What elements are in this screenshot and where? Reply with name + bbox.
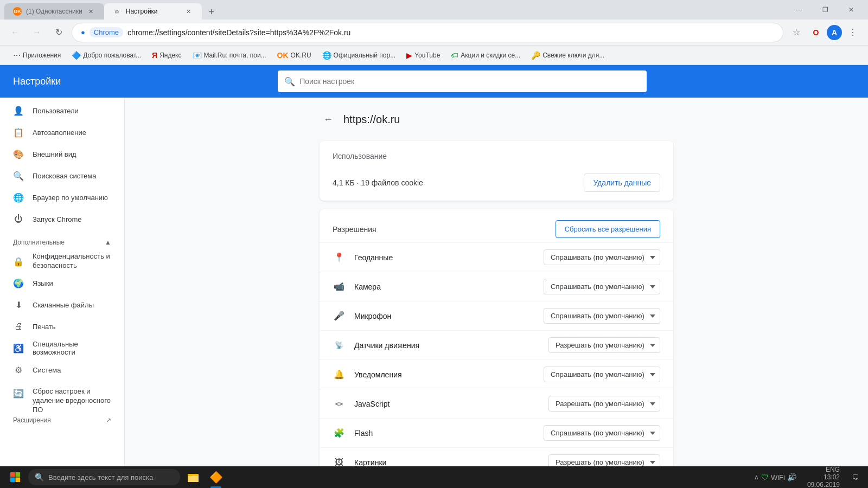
bookmark-keys[interactable]: 🔑 Свежие ключи для... <box>527 49 609 62</box>
back-to-settings-button[interactable]: ← <box>320 111 337 128</box>
search-icon: 🔍 <box>284 76 295 87</box>
sound-icon[interactable]: 🔊 <box>787 473 796 481</box>
reset-permissions-button[interactable]: Сбросить все разрешения <box>556 220 660 238</box>
tab-close-settings[interactable]: ✕ <box>184 7 193 16</box>
sidebar-item-autofill[interactable]: 📋 Автозаполнение <box>0 121 124 143</box>
back-button[interactable]: ← <box>7 24 24 41</box>
minimize-button[interactable]: — <box>787 2 812 17</box>
camera-name: Камера <box>354 282 535 291</box>
microphone-select[interactable]: Спрашивать (по умолчанию) Разрешать Блок… <box>544 308 660 324</box>
svg-rect-5 <box>188 476 199 482</box>
dobro-icon: 🔷 <box>72 51 81 60</box>
youtube-icon: ▶ <box>406 51 412 60</box>
images-select[interactable]: Разрешать (по умолчанию) Блокировать <box>548 454 660 466</box>
motion-select[interactable]: Разрешать (по умолчанию) Спрашивать Блок… <box>548 337 660 353</box>
refresh-button[interactable]: ↻ <box>50 24 67 41</box>
bookmark-star-icon[interactable]: ☆ <box>788 24 805 41</box>
javascript-select[interactable]: Разрешать (по умолчанию) Блокировать <box>548 396 660 412</box>
sidebar-section-additional[interactable]: Дополнительные ▲ <box>0 234 124 251</box>
sidebar-item-startup[interactable]: ⏻ Запуск Chrome <box>0 208 124 230</box>
settings-search-input[interactable] <box>299 77 640 86</box>
images-icon: 🖼 <box>333 458 346 467</box>
wifi-icon[interactable]: WiFi <box>771 473 785 481</box>
sidebar-label-default: Браузер по умолчанию <box>33 194 108 202</box>
back-navigation: ← https://ok.ru <box>320 111 673 128</box>
bookmark-deals[interactable]: 🏷 Акции и скидки се... <box>446 49 525 62</box>
main-content: ← https://ok.ru Использование 4,1 КБ · 1… <box>125 98 868 466</box>
notifications-name: Уведомления <box>354 370 535 379</box>
taskbar-start-button[interactable] <box>4 468 26 486</box>
taskbar-app-settings[interactable]: 🔶 <box>205 466 227 488</box>
geodata-name: Геоданные <box>354 253 535 262</box>
camera-select[interactable]: Спрашивать (по умолчанию) Разрешать Блок… <box>544 279 660 294</box>
taskbar-time: 13:02 <box>807 473 840 481</box>
svg-rect-6 <box>188 475 193 476</box>
delete-data-button[interactable]: Удалить данные <box>584 174 660 192</box>
sidebar-item-languages[interactable]: 🌍 Языки <box>0 272 124 294</box>
taskbar-notification-button[interactable]: 🗨 <box>846 468 864 486</box>
sidebar-label-downloads: Скачанные файлы <box>33 301 94 309</box>
sidebar: 👤 Пользователи 📋 Автозаполнение 🎨 Внешни… <box>0 98 125 466</box>
sidebar-label-reset: Сброс настроек и удаление вредоносного П… <box>33 387 116 415</box>
bookmark-mail[interactable]: 📧 Mail.Ru: почта, пои... <box>188 49 271 62</box>
sidebar-label-appearance: Внешний вид <box>33 150 76 158</box>
sidebar-item-privacy[interactable]: 🔒 Конфиденциальность и безопасность <box>0 251 124 272</box>
forward-button[interactable]: → <box>28 24 46 41</box>
windows-logo-icon <box>10 472 21 483</box>
address-bar[interactable]: ● Chrome chrome://settings/content/siteD… <box>72 23 783 42</box>
toolbar-actions: ☆ O A ⋮ <box>788 24 861 41</box>
svg-rect-3 <box>16 478 21 483</box>
geodata-select[interactable]: Спрашивать (по умолчанию) Разрешать Блок… <box>544 249 660 265</box>
sidebar-item-downloads[interactable]: ⬇ Скачанные файлы <box>0 294 124 316</box>
taskbar-clock[interactable]: ENG 13:02 09.06.2019 <box>803 466 844 488</box>
sidebar-item-appearance[interactable]: 🎨 Внешний вид <box>0 143 124 165</box>
bookmark-official[interactable]: 🌐 Официальный пор... <box>318 49 400 62</box>
tab-close-ok[interactable]: ✕ <box>87 7 95 16</box>
site-url-title: https://ok.ru <box>343 113 400 126</box>
content-area: 👤 Пользователи 📋 Автозаполнение 🎨 Внешни… <box>0 98 868 466</box>
bookmark-official-label: Официальный пор... <box>334 52 396 59</box>
settings-search-box[interactable]: 🔍 <box>278 70 647 92</box>
taskbar-language: ENG <box>807 466 840 473</box>
address-protocol: Chrome <box>90 27 123 37</box>
profile-icon[interactable]: A <box>827 25 842 40</box>
maximize-button[interactable]: ❐ <box>813 2 838 17</box>
new-tab-button[interactable]: + <box>204 4 219 20</box>
bookmark-dobro[interactable]: 🔷 Добро пожаловат... <box>67 49 145 62</box>
system-tray-arrow[interactable]: ∧ <box>754 473 759 481</box>
tab-title-ok: (1) Одноклассники <box>26 8 82 15</box>
close-button[interactable]: ✕ <box>839 2 864 17</box>
opera-extension-icon[interactable]: O <box>807 24 825 41</box>
tabs-area: OK (1) Одноклассники ✕ ⚙ Настройки ✕ + <box>0 3 782 20</box>
tab-odnoklassniki[interactable]: OK (1) Одноклассники ✕ <box>4 3 104 20</box>
bookmark-yandex[interactable]: Я Яндекс <box>148 49 186 62</box>
taskbar-search-box[interactable]: 🔍 Введите здесь текст для поиска <box>28 469 180 485</box>
bookmark-youtube[interactable]: ▶ YouTube <box>402 49 444 62</box>
tab-title-settings: Настройки <box>126 8 180 15</box>
permission-microphone: 🎤 Микрофон Спрашивать (по умолчанию) Раз… <box>320 301 673 330</box>
system-icon: ⚙ <box>13 365 24 375</box>
flash-select[interactable]: Спрашивать (по умолчанию) Разрешать Блок… <box>544 425 660 441</box>
sidebar-item-default-browser[interactable]: 🌐 Браузер по умолчанию <box>0 187 124 208</box>
sidebar-item-users[interactable]: 👤 Пользователи <box>0 100 124 121</box>
startup-icon: ⏻ <box>13 214 24 224</box>
more-menu-icon[interactable]: ⋮ <box>844 24 861 41</box>
settings-page: ← https://ok.ru Использование 4,1 КБ · 1… <box>307 98 686 466</box>
taskbar-apps: 🔶 <box>182 466 227 488</box>
bookmark-okru[interactable]: OK OK.RU <box>273 49 316 62</box>
bookmarks-bar: ⋯ Приложения 🔷 Добро пожаловат... Я Янде… <box>0 46 868 65</box>
sidebar-item-accessibility[interactable]: ♿ Специальные возможности <box>0 337 124 359</box>
permission-images: 🖼 Картинки Разрешать (по умолчанию) Блок… <box>320 447 673 466</box>
sidebar-item-reset[interactable]: 🔄 Сброс настроек и удаление вредоносного… <box>0 381 124 408</box>
sidebar-item-system[interactable]: ⚙ Система <box>0 359 124 381</box>
sidebar-label-print: Печать <box>33 323 56 331</box>
accessibility-icon: ♿ <box>13 343 24 354</box>
permissions-header: Разрешения Сбросить все разрешения <box>320 209 673 242</box>
sidebar-item-print[interactable]: 🖨 Печать <box>0 316 124 337</box>
bookmark-apps[interactable]: ⋯ Приложения <box>9 49 65 62</box>
sidebar-item-search[interactable]: 🔍 Поисковая система <box>0 165 124 187</box>
notifications-select[interactable]: Спрашивать (по умолчанию) Разрешать Блок… <box>544 367 660 382</box>
taskbar-app-file-explorer[interactable] <box>182 466 204 488</box>
bookmark-mail-label: Mail.Ru: почта, пои... <box>204 52 266 59</box>
tab-settings[interactable]: ⚙ Настройки ✕ <box>104 3 202 20</box>
